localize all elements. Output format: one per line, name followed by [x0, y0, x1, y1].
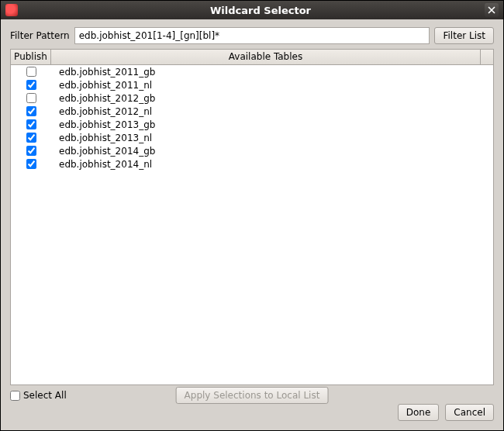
titlebar: Wildcard Selector [1, 1, 503, 19]
publish-checkbox[interactable] [26, 106, 36, 116]
publish-checkbox[interactable] [26, 159, 36, 169]
table-row[interactable]: edb.jobhist_2011_nl [11, 78, 493, 91]
table-row[interactable]: edb.jobhist_2013_nl [11, 131, 493, 144]
wildcard-selector-window: Wildcard Selector Filter Pattern Filter … [0, 0, 504, 431]
publish-checkbox[interactable] [26, 67, 36, 77]
table-row[interactable]: edb.jobhist_2013_gb [11, 118, 493, 131]
table-row[interactable]: edb.jobhist_2014_gb [11, 144, 493, 157]
table-row[interactable]: edb.jobhist_2012_nl [11, 105, 493, 118]
row-table-name: edb.jobhist_2012_gb [51, 93, 493, 104]
footer-row-1: Select All Apply Selections to Local Lis… [10, 385, 494, 404]
publish-checkbox[interactable] [26, 119, 36, 129]
row-table-name: edb.jobhist_2013_nl [51, 133, 493, 143]
row-table-name: edb.jobhist_2014_nl [51, 159, 493, 170]
table-row[interactable]: edb.jobhist_2011_gb [11, 65, 493, 78]
close-icon[interactable] [485, 3, 499, 17]
select-all-checkbox[interactable] [10, 391, 20, 401]
select-all-label: Select All [23, 390, 67, 401]
row-table-name: edb.jobhist_2014_gb [51, 146, 493, 157]
publish-checkbox[interactable] [26, 146, 36, 156]
row-publish-cell [11, 146, 51, 156]
row-publish-cell [11, 67, 51, 77]
select-all-wrap[interactable]: Select All [10, 390, 67, 401]
row-publish-cell [11, 106, 51, 116]
column-header-publish[interactable]: Publish [11, 50, 51, 64]
app-icon [5, 4, 18, 16]
table-body: edb.jobhist_2011_gbedb.jobhist_2011_nled… [11, 65, 493, 384]
table-row[interactable]: edb.jobhist_2014_nl [11, 157, 493, 171]
publish-checkbox[interactable] [26, 80, 36, 90]
footer-row-2: Done Cancel [10, 404, 494, 424]
filter-list-button[interactable]: Filter List [434, 27, 494, 44]
filter-row: Filter Pattern Filter List [10, 27, 494, 44]
publish-checkbox[interactable] [26, 133, 36, 143]
filter-pattern-label: Filter Pattern [10, 30, 70, 41]
column-header-available[interactable]: Available Tables [51, 50, 481, 64]
row-publish-cell [11, 80, 51, 90]
row-table-name: edb.jobhist_2011_nl [51, 80, 493, 91]
filter-pattern-input[interactable] [74, 27, 430, 44]
content-area: Filter Pattern Filter List Publish Avail… [1, 19, 503, 430]
row-publish-cell [11, 93, 51, 103]
table-row[interactable]: edb.jobhist_2012_gb [11, 91, 493, 105]
done-button[interactable]: Done [398, 404, 440, 421]
row-table-name: edb.jobhist_2011_gb [51, 67, 493, 78]
row-table-name: edb.jobhist_2012_nl [51, 106, 493, 117]
row-publish-cell [11, 159, 51, 169]
row-publish-cell [11, 133, 51, 143]
publish-checkbox[interactable] [26, 93, 36, 103]
tables-panel: Publish Available Tables edb.jobhist_201… [10, 49, 494, 385]
cancel-button[interactable]: Cancel [445, 404, 494, 421]
window-title: Wildcard Selector [22, 5, 499, 16]
apply-selections-button: Apply Selections to Local List [176, 387, 329, 404]
row-table-name: edb.jobhist_2013_gb [51, 119, 493, 130]
row-publish-cell [11, 119, 51, 129]
table-header: Publish Available Tables [11, 50, 493, 65]
